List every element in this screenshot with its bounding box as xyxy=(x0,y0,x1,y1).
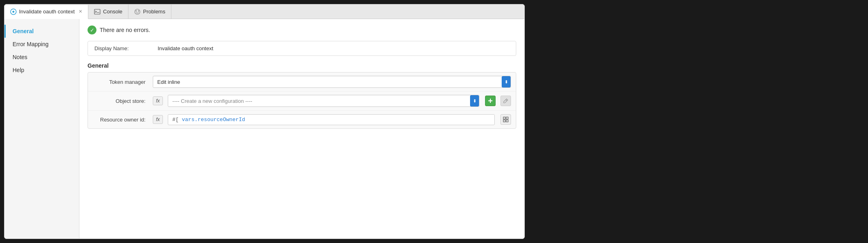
object-store-select[interactable]: ---- Create a new configuration ---- ⬍ xyxy=(168,95,479,107)
resource-owner-value: vars.resourceOwnerId xyxy=(182,117,245,123)
grid-button[interactable] xyxy=(500,114,511,125)
edit-config-button[interactable] xyxy=(500,96,511,106)
main-panel: ✓ There are no errors. Display Name: Inv… xyxy=(79,19,524,239)
no-errors-bar: ✓ There are no errors. xyxy=(88,26,516,34)
sidebar-item-general[interactable]: General xyxy=(4,25,79,38)
display-name-label: Display Name: xyxy=(88,41,153,55)
tab-label-invalidate: Invalidate oauth context xyxy=(19,9,75,15)
svg-point-3 xyxy=(135,9,140,14)
token-manager-row: Token manager Edit inline ⬍ xyxy=(88,72,516,92)
tab-bar: Invalidate oauth context ✕ Console xyxy=(4,4,524,19)
svg-line-6 xyxy=(506,100,507,101)
tab-problems[interactable]: Problems xyxy=(128,4,171,19)
grid-icon xyxy=(503,117,509,122)
object-store-row: Object store: fx ---- Create a new confi… xyxy=(88,92,516,111)
token-manager-select[interactable]: Edit inline ⬍ xyxy=(153,76,511,88)
sidebar-item-help[interactable]: Help xyxy=(4,64,79,77)
token-manager-label: Token manager xyxy=(93,79,150,85)
component-icon xyxy=(10,9,17,15)
svg-rect-7 xyxy=(503,117,505,119)
no-errors-text: There are no errors. xyxy=(100,27,150,33)
display-name-row: Display Name: Invalidate oauth context xyxy=(88,41,516,56)
console-icon xyxy=(94,9,100,15)
token-manager-value: Edit inline xyxy=(153,77,502,87)
add-config-button[interactable]: + xyxy=(485,96,496,106)
object-store-value: ---- Create a new configuration ---- xyxy=(168,96,470,106)
tab-label-console: Console xyxy=(103,9,122,15)
general-section-header: General xyxy=(88,62,516,69)
svg-rect-1 xyxy=(94,9,100,14)
tab-console[interactable]: Console xyxy=(88,4,128,19)
tab-invalidate-oauth[interactable]: Invalidate oauth context ✕ xyxy=(4,5,88,19)
hash-bracket: #[ xyxy=(172,117,182,123)
svg-point-4 xyxy=(136,10,137,11)
object-store-arrow-icon: ⬍ xyxy=(470,95,479,107)
resource-owner-fx-button[interactable]: fx xyxy=(153,115,163,124)
sidebar-item-notes[interactable]: Notes xyxy=(4,51,79,64)
tab-label-problems: Problems xyxy=(143,9,165,15)
svg-point-5 xyxy=(138,10,139,11)
content-area: General Error Mapping Notes Help ✓ There… xyxy=(4,19,524,239)
edit-icon xyxy=(503,98,509,104)
tab-close-button[interactable]: ✕ xyxy=(79,9,82,14)
svg-rect-8 xyxy=(506,117,508,119)
resource-owner-label: Resource owner id: xyxy=(93,117,150,123)
resource-owner-input[interactable]: #[ vars.resourceOwnerId xyxy=(168,114,495,125)
object-store-fx-button[interactable]: fx xyxy=(153,96,163,105)
general-form-section: Token manager Edit inline ⬍ Object store… xyxy=(88,72,516,129)
token-manager-arrow-icon: ⬍ xyxy=(502,76,511,87)
display-name-value[interactable]: Invalidate oauth context xyxy=(153,41,516,55)
problems-icon xyxy=(134,9,141,15)
sidebar-item-error-mapping[interactable]: Error Mapping xyxy=(4,38,79,51)
object-store-label: Object store: xyxy=(93,98,150,104)
sidebar: General Error Mapping Notes Help xyxy=(4,19,79,239)
svg-rect-9 xyxy=(503,120,505,122)
svg-rect-10 xyxy=(506,120,508,122)
resource-owner-row: Resource owner id: fx #[ vars.resourceOw… xyxy=(88,111,516,128)
success-icon: ✓ xyxy=(88,26,96,34)
